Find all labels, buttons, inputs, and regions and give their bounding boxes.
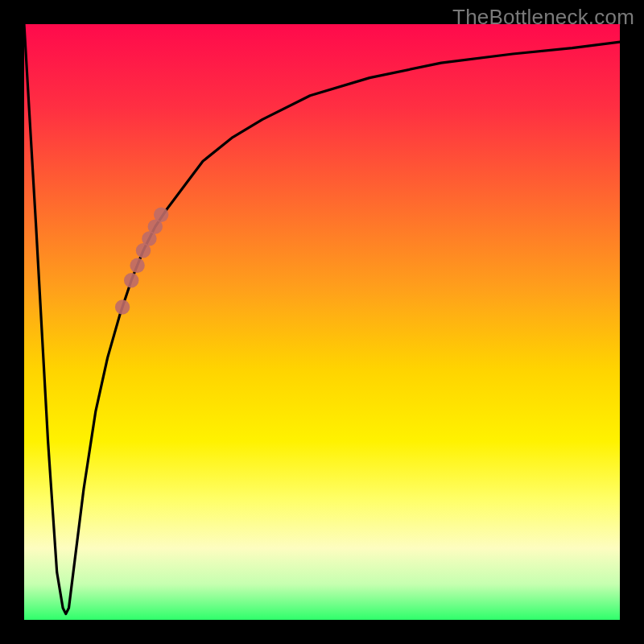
svg-point-5 <box>154 208 168 222</box>
svg-point-0 <box>124 273 138 287</box>
svg-point-6 <box>115 299 130 314</box>
plot-area <box>24 24 620 620</box>
svg-point-1 <box>130 258 144 273</box>
watermark-text: TheBottleneck.com <box>452 5 634 30</box>
chart-svg <box>24 24 620 620</box>
chart-container: TheBottleneck.com <box>0 0 644 644</box>
bottleneck-curve <box>24 24 620 614</box>
highlight-markers <box>115 208 169 315</box>
